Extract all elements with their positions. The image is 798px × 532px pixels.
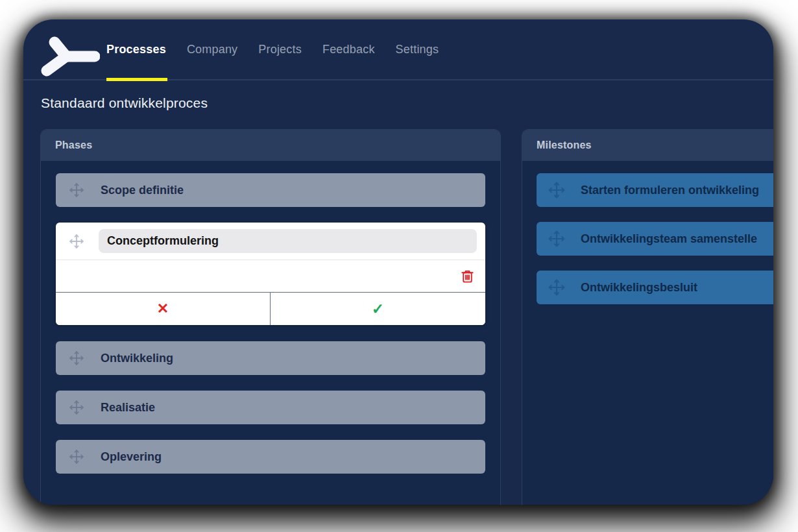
phase-edit-tools-row [56, 260, 485, 292]
page-title: Standaard ontwikkelproces [41, 95, 208, 111]
tab-company[interactable]: Company [187, 43, 237, 56]
milestones-panel: Milestones Starten formuleren ontwikkeli… [522, 130, 773, 505]
tab-feedback[interactable]: Feedback [322, 43, 375, 56]
drag-move-icon[interactable] [68, 182, 85, 199]
drag-move-icon[interactable] [68, 233, 85, 250]
active-tab-underline [106, 78, 167, 81]
drag-move-icon[interactable] [68, 448, 85, 465]
phase-item-scope-definitie[interactable]: Scope definitie [56, 173, 485, 207]
confirm-button[interactable]: ✓ [271, 293, 485, 325]
milestone-label: Starten formuleren ontwikkeling [581, 184, 759, 197]
tab-processes[interactable]: Processes [106, 43, 166, 56]
delete-phase-button[interactable] [459, 267, 476, 285]
phase-label: Scope definitie [101, 184, 184, 197]
drag-move-icon[interactable] [68, 399, 85, 416]
phases-panel-header: Phases [41, 130, 500, 161]
drag-move-icon[interactable] [547, 278, 566, 297]
phase-edit-card: ✕ ✓ [56, 223, 485, 325]
tab-projects[interactable]: Projects [258, 43, 302, 56]
phases-panel: Phases Scope definitie [41, 130, 500, 505]
phase-label: Oplevering [101, 450, 162, 464]
milestone-item-starten-formuleren[interactable]: Starten formuleren ontwikkeling [537, 173, 773, 207]
milestones-panel-body: Starten formuleren ontwikkeling Ontwikke… [522, 161, 773, 505]
app-logo-icon[interactable] [38, 36, 100, 77]
phase-edit-name-row [56, 223, 485, 260]
tab-settings[interactable]: Settings [396, 43, 439, 56]
cancel-x-icon: ✕ [157, 302, 169, 316]
phases-panel-body: Scope definitie [41, 161, 500, 505]
phase-label: Realisatie [101, 401, 155, 415]
phase-name-input[interactable] [99, 229, 477, 253]
phase-label: Ontwikkeling [101, 352, 173, 365]
confirm-check-icon: ✓ [372, 302, 384, 317]
cancel-button[interactable]: ✕ [56, 293, 271, 325]
milestone-label: Ontwikkelingsteam samenstelle [581, 232, 757, 246]
milestone-item-team-samenstellen[interactable]: Ontwikkelingsteam samenstelle [537, 222, 773, 256]
milestone-item-ontwikkelingsbesluit[interactable]: Ontwikkelingsbesluit [537, 271, 773, 304]
phase-item-realisatie[interactable]: Realisatie [56, 391, 485, 424]
trash-icon [460, 269, 475, 284]
phase-item-oplevering[interactable]: Oplevering [56, 440, 485, 474]
app-window: Processes Company Projects Feedback Sett… [23, 19, 773, 505]
drag-move-icon[interactable] [547, 180, 566, 200]
phase-edit-actions-row: ✕ ✓ [56, 293, 485, 325]
phase-item-ontwikkeling[interactable]: Ontwikkeling [56, 341, 485, 375]
nav-tabs: Processes Company Projects Feedback Sett… [106, 19, 439, 80]
drag-move-icon[interactable] [547, 229, 566, 248]
milestone-label: Ontwikkelingsbesluit [581, 281, 697, 295]
drag-move-icon[interactable] [68, 350, 85, 367]
milestones-panel-header: Milestones [522, 130, 773, 161]
top-nav: Processes Company Projects Feedback Sett… [23, 19, 773, 80]
